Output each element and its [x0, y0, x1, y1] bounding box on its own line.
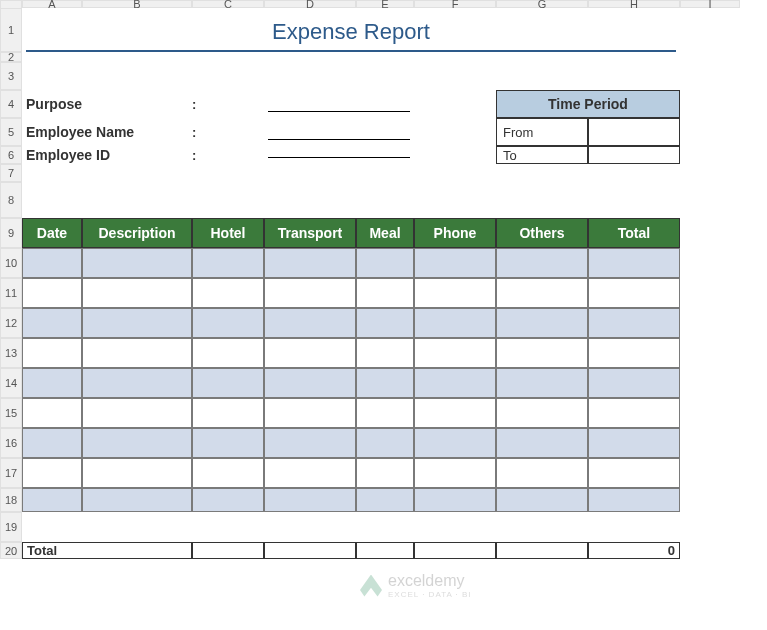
- footer-cell[interactable]: [496, 542, 588, 559]
- table-cell[interactable]: [82, 248, 192, 278]
- table-cell[interactable]: [22, 428, 82, 458]
- col-header-A[interactable]: A: [22, 0, 82, 8]
- purpose-input-line[interactable]: [268, 96, 410, 112]
- table-cell[interactable]: [192, 368, 264, 398]
- row-header-3[interactable]: 3: [0, 62, 22, 90]
- table-cell[interactable]: [356, 458, 414, 488]
- row-header-14[interactable]: 14: [0, 368, 22, 398]
- table-cell[interactable]: [82, 458, 192, 488]
- col-header-I[interactable]: I: [680, 0, 740, 8]
- table-cell[interactable]: [22, 248, 82, 278]
- row-header-13[interactable]: 13: [0, 338, 22, 368]
- table-cell[interactable]: [82, 428, 192, 458]
- table-cell[interactable]: [264, 278, 356, 308]
- col-header-B[interactable]: B: [82, 0, 192, 8]
- table-cell[interactable]: [414, 338, 496, 368]
- table-cell[interactable]: [588, 278, 680, 308]
- footer-cell[interactable]: [264, 542, 356, 559]
- table-cell[interactable]: [356, 338, 414, 368]
- table-cell[interactable]: [22, 488, 82, 512]
- table-cell[interactable]: [414, 398, 496, 428]
- table-cell[interactable]: [264, 428, 356, 458]
- table-cell[interactable]: [588, 428, 680, 458]
- table-cell[interactable]: [264, 488, 356, 512]
- table-cell[interactable]: [588, 488, 680, 512]
- table-cell[interactable]: [82, 368, 192, 398]
- col-header-H[interactable]: H: [588, 0, 680, 8]
- col-header-F[interactable]: F: [414, 0, 496, 8]
- table-cell[interactable]: [192, 278, 264, 308]
- table-cell[interactable]: [192, 398, 264, 428]
- table-cell[interactable]: [414, 368, 496, 398]
- table-cell[interactable]: [588, 398, 680, 428]
- table-cell[interactable]: [496, 368, 588, 398]
- row-header-4[interactable]: 4: [0, 90, 22, 118]
- col-header-D[interactable]: D: [264, 0, 356, 8]
- table-cell[interactable]: [22, 458, 82, 488]
- footer-cell[interactable]: [356, 542, 414, 559]
- table-cell[interactable]: [588, 368, 680, 398]
- table-cell[interactable]: [192, 308, 264, 338]
- row-header-18[interactable]: 18: [0, 488, 22, 512]
- employee-name-input-line[interactable]: [268, 124, 410, 140]
- row-header-11[interactable]: 11: [0, 278, 22, 308]
- table-cell[interactable]: [588, 338, 680, 368]
- table-cell[interactable]: [192, 338, 264, 368]
- row-header-19[interactable]: 19: [0, 512, 22, 542]
- table-cell[interactable]: [588, 308, 680, 338]
- row-header-9[interactable]: 9: [0, 218, 22, 248]
- row-header-1[interactable]: 1: [0, 8, 22, 52]
- table-cell[interactable]: [22, 278, 82, 308]
- time-from-value[interactable]: [588, 118, 680, 146]
- table-cell[interactable]: [264, 458, 356, 488]
- footer-total-value[interactable]: 0: [588, 542, 680, 559]
- table-cell[interactable]: [22, 308, 82, 338]
- employee-id-input-line[interactable]: [268, 142, 410, 158]
- table-cell[interactable]: [264, 338, 356, 368]
- row-header-16[interactable]: 16: [0, 428, 22, 458]
- table-cell[interactable]: [496, 398, 588, 428]
- row-header-12[interactable]: 12: [0, 308, 22, 338]
- table-cell[interactable]: [22, 338, 82, 368]
- row-header-8[interactable]: 8: [0, 182, 22, 218]
- table-cell[interactable]: [356, 488, 414, 512]
- table-cell[interactable]: [22, 398, 82, 428]
- footer-cell[interactable]: [414, 542, 496, 559]
- table-cell[interactable]: [496, 458, 588, 488]
- table-cell[interactable]: [496, 428, 588, 458]
- table-cell[interactable]: [82, 488, 192, 512]
- row-header-2[interactable]: 2: [0, 52, 22, 62]
- col-header-G[interactable]: G: [496, 0, 588, 8]
- table-cell[interactable]: [496, 248, 588, 278]
- table-cell[interactable]: [496, 278, 588, 308]
- row-header-6[interactable]: 6: [0, 146, 22, 164]
- table-cell[interactable]: [356, 368, 414, 398]
- table-cell[interactable]: [264, 308, 356, 338]
- table-cell[interactable]: [414, 278, 496, 308]
- table-cell[interactable]: [82, 308, 192, 338]
- table-cell[interactable]: [414, 428, 496, 458]
- table-cell[interactable]: [82, 338, 192, 368]
- table-cell[interactable]: [356, 278, 414, 308]
- col-header-E[interactable]: E: [356, 0, 414, 8]
- row-header-7[interactable]: 7: [0, 164, 22, 182]
- table-cell[interactable]: [356, 428, 414, 458]
- table-cell[interactable]: [82, 278, 192, 308]
- footer-cell[interactable]: [192, 542, 264, 559]
- table-cell[interactable]: [356, 308, 414, 338]
- table-cell[interactable]: [264, 368, 356, 398]
- table-cell[interactable]: [192, 458, 264, 488]
- table-cell[interactable]: [414, 308, 496, 338]
- table-cell[interactable]: [356, 398, 414, 428]
- row-header-17[interactable]: 17: [0, 458, 22, 488]
- table-cell[interactable]: [192, 428, 264, 458]
- row-header-15[interactable]: 15: [0, 398, 22, 428]
- table-cell[interactable]: [496, 488, 588, 512]
- time-to-value[interactable]: [588, 146, 680, 164]
- row-header-5[interactable]: 5: [0, 118, 22, 146]
- table-cell[interactable]: [82, 398, 192, 428]
- table-cell[interactable]: [22, 368, 82, 398]
- table-cell[interactable]: [264, 398, 356, 428]
- table-cell[interactable]: [414, 458, 496, 488]
- table-cell[interactable]: [356, 248, 414, 278]
